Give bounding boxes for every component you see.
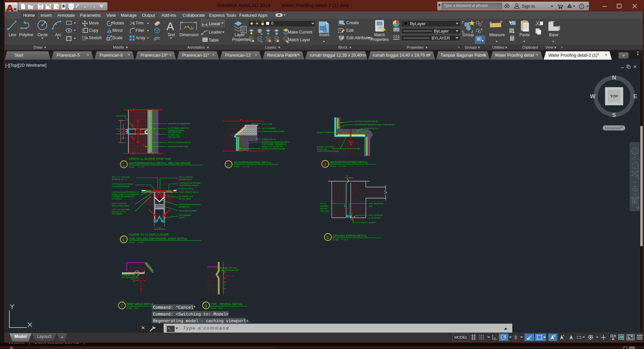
svg-text:A: A bbox=[166, 20, 174, 33]
svg-text:ByLayer: ByLayer bbox=[434, 29, 449, 34]
svg-text:12: 12 bbox=[477, 38, 480, 41]
svg-text:Create: Create bbox=[346, 20, 359, 25]
svg-text:Sign In: Sign In bbox=[522, 4, 535, 9]
svg-text:Leader: Leader bbox=[209, 30, 222, 35]
svg-text:0: 0 bbox=[271, 21, 274, 26]
svg-text:BYLAYER: BYLAYER bbox=[432, 36, 450, 41]
svg-text:Linear: Linear bbox=[209, 21, 220, 26]
svg-text:1:1: 1:1 bbox=[577, 335, 582, 339]
svg-text:Edit: Edit bbox=[346, 28, 354, 33]
svg-text:Table: Table bbox=[209, 38, 219, 43]
svg-text:?: ? bbox=[581, 5, 582, 8]
svg-text:ByLayer: ByLayer bbox=[410, 21, 426, 26]
